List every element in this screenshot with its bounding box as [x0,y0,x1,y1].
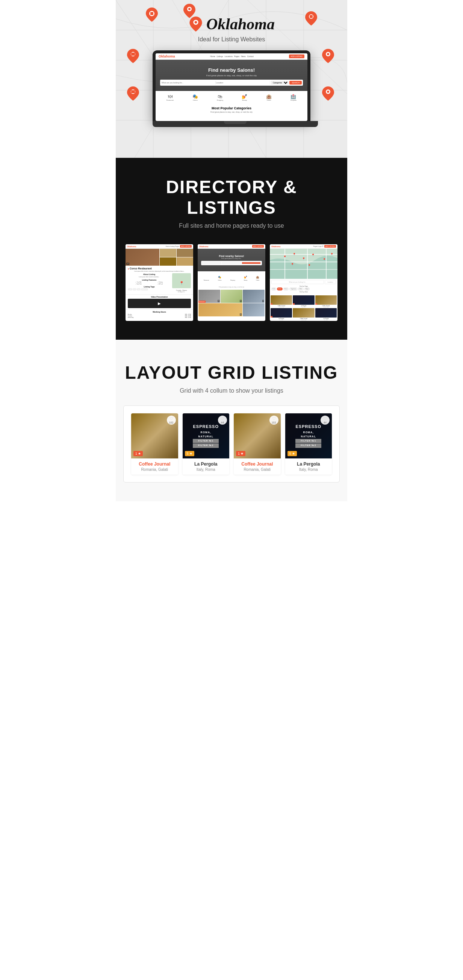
screen-cat-hotels: 🏨Hotels [266,94,272,101]
screen-categories: 🍽Restaurant 🎭Culture 🛍Shopping 💅Beauty [156,91,307,104]
floating-pin-4 [127,49,139,65]
card1-image-wrap: ♡ 102 1 ★ [131,414,178,458]
card2-title: La Pergola [186,461,227,467]
hero-content: Oklahoma Ideal for Listing Websites Okla… [123,15,340,127]
screen-popular: Most Popular Categories Find great place… [156,104,307,115]
card3-location: Romania, Galati [237,468,278,472]
grid-listing: ♡ 102 1 ★ Coffee Journal Romania, Galati [131,414,332,475]
grid-container: ♡ 102 1 ★ Coffee Journal Romania, Galati [123,406,340,482]
card2-espresso-text: ESPRESSO ROMA, NATURAL FILTER №1 FILTER … [193,423,219,448]
card4-count: 44 [324,421,326,424]
screen-hero-title: Find nearby Salons! [160,67,303,73]
grid-section: LAYOUT GRID LISTING Grid with 4 collum t… [116,340,347,501]
preview-cards-row: Oklahoma Home Listing Pages ADD LISTING … [123,244,340,321]
directory-title: DIRECTORY & LISTINGS [123,177,340,218]
pcard3-filters: What are you looking for... Location Sor… [270,279,337,294]
pcard2-hero: Find nearby Salons! Find great places to… [198,249,265,271]
card3-rating-value: 1 [238,452,240,455]
card4-title: La Pergola [288,461,329,467]
preview-card-3: Oklahoma Pages Login ☰ ADD LISTING [270,244,337,321]
svg-point-22 [327,53,329,55]
floating-pin-7 [322,86,334,102]
screen-cat-restaurant: 🍽Restaurant [167,94,174,101]
card1-location: Romania, Galati [134,468,175,472]
listing-card-3: ♡ 102 1 ★ Coffee Journal Romania, Galati [234,414,281,475]
card1-title: Coffee Journal [134,461,175,467]
svg-text:📍: 📍 [283,255,287,259]
pcard2-nav: Oklahoma ADD LISTING [198,244,265,249]
card4-rating-value: 5 [290,452,291,455]
screen-location-input[interactable] [215,81,269,84]
svg-point-16 [188,8,191,10]
nav-pages: Pages [234,55,239,57]
preview-card-1: Oklahoma Home Listing Pages ADD LISTING … [126,244,193,321]
pcard2-icons: 🍽Restaurant 🎭Culture 🛍Shopping 💅Beauty 🏨… [198,271,265,283]
listing-card-2: ESPRESSO ROMA, NATURAL FILTER №1 FILTER … [183,414,230,475]
svg-text:📍: 📍 [330,253,334,256]
pcard3-mini-grid: 1★ Coffee Journal Romania, Galati 1★ La … [270,294,337,321]
card2-heart[interactable]: ♡ 44 [218,415,227,425]
laptop-screen: Oklahoma Home Listings Locations Pages N… [156,53,307,121]
floating-pin-5 [322,49,334,65]
card3-rating: 1 ★ [236,451,245,456]
hero-section: Oklahoma Ideal for Listing Websites Okla… [116,0,347,158]
screen-category-select[interactable]: Categories [271,81,289,84]
pcard2-hero-sub: Find great places to stay, eat... [221,258,242,259]
svg-text:📍: 📍 [291,262,294,266]
card4-rating: 5 ★ [288,451,297,456]
nav-home: Home [210,55,215,57]
card2-rating: 5 ★ [185,451,194,456]
listing-card-1: ♡ 102 1 ★ Coffee Journal Romania, Galati [131,414,178,475]
card3-heart[interactable]: ♡ 102 [269,415,278,425]
card4-image-wrap: ESPRESSO ROMA, NATURAL FILTER №1 FILTER … [285,414,332,458]
svg-rect-14 [150,12,153,15]
pcard3-map: 📍 📍 📍 📍 📍 📍 📍 📍 [270,249,337,279]
screen-nav-links: Home Listings Locations Pages News Conta… [210,55,254,57]
svg-rect-20 [131,52,135,56]
directory-subtitle: Full sites and home pages ready to use [123,223,340,229]
laptop-outer: Oklahoma Home Listings Locations Pages N… [153,50,310,121]
screen-hero-bg: Find nearby Salons! Find great places to… [156,60,307,91]
card2-rating-value: 5 [187,452,189,455]
popular-subtitle: Find great places to stay, eat, shop, or… [160,111,303,113]
card2-info: La Pergola Italy, Roma [183,458,230,475]
svg-text:📍: 📍 [323,258,326,261]
nav-listings: Listings [217,55,223,57]
screen-cat-culture: 🎭Culture [193,94,198,101]
svg-text:📍: 📍 [293,253,296,256]
floating-pin-6 [127,86,139,102]
pcard1-nav: Oklahoma Home Listing Pages ADD LISTING [126,244,193,249]
screen-cat-hospitals: 🏥Hospitals [291,94,296,101]
floating-pin-2 [183,4,196,19]
card1-rating: 1 ★ [134,451,143,456]
card2-count: 44 [221,421,224,424]
card3-count: 102 [272,421,276,424]
logo-text: Oklahoma [206,15,275,33]
pcard2-popular: Most Popular Categories Find great place… [198,283,265,289]
svg-rect-18 [310,15,313,18]
nav-contact: Contact [247,55,254,57]
screen-search-bar: Categories SEARCH [160,80,303,86]
screen-logo: Oklahoma [159,54,175,58]
pcard1-listing: ■ Corso Restaurant Lorem ipsum dolor sit… [126,266,193,294]
nav-news: News [241,55,246,57]
svg-text:📍: 📍 [311,253,315,257]
svg-text:📍: 📍 [307,264,311,267]
card2-location: Italy, Roma [186,468,227,472]
popular-title: Most Popular Categories [160,107,303,110]
card1-heart[interactable]: ♡ 102 [167,415,176,425]
add-listing-btn[interactable]: ADD LISTING [289,54,304,58]
laptop-base [153,121,318,127]
card4-heart[interactable]: ♡ 44 [321,415,329,425]
laptop-mockup: Oklahoma Home Listings Locations Pages N… [153,50,310,127]
svg-point-28 [195,21,197,24]
screen-search-input[interactable] [161,81,215,84]
card4-location: Italy, Roma [288,468,329,472]
card2-image-wrap: ESPRESSO ROMA, NATURAL FILTER №1 FILTER … [183,414,230,458]
screen-search-btn[interactable]: SEARCH [290,81,302,84]
screen-nav: Oklahoma Home Listings Locations Pages N… [156,53,307,60]
hero-subtitle: Ideal for Listing Websites [123,36,340,43]
svg-point-26 [327,91,329,93]
nav-locations: Locations [225,55,232,57]
card3-info: Coffee Journal Romania, Galati [234,458,281,475]
